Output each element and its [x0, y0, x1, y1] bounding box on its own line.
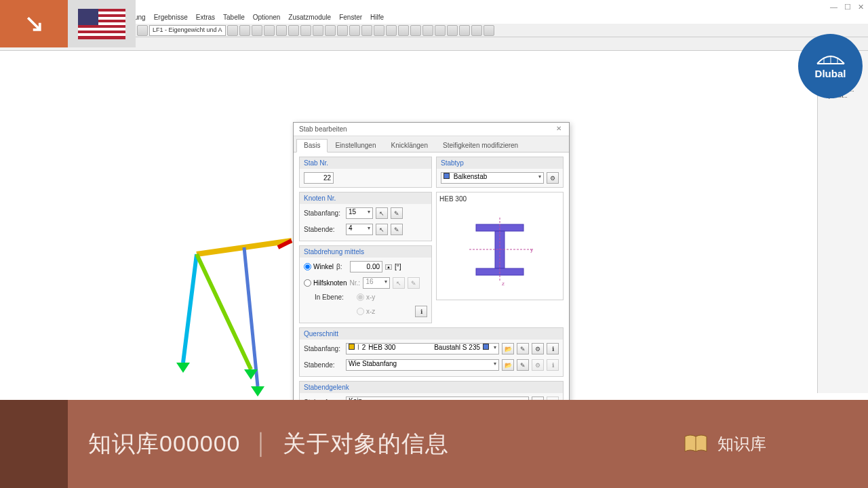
svg-text:y: y [530, 247, 533, 253]
group-title: Knoten Nr. [300, 192, 431, 204]
menu-item[interactable]: Ergebnisse [154, 14, 188, 23]
info-icon[interactable]: ℹ [415, 306, 427, 317]
menu-item[interactable]: Fenster [339, 14, 362, 23]
toolbar-icon[interactable] [227, 25, 238, 36]
new-node-icon[interactable]: ✎ [391, 224, 403, 235]
group-title: Stabdrehung mittels [300, 246, 431, 258]
svg-rect-21 [78, 9, 98, 25]
pick-node-icon[interactable]: ↖ [376, 224, 388, 235]
close-button[interactable]: ✕ [858, 3, 864, 12]
cross-section-preview: HEB 300 y z [436, 192, 564, 300]
svg-line-3 [197, 254, 251, 369]
toolbar-icon[interactable] [264, 25, 275, 36]
new-icon[interactable]: ✎ [517, 359, 529, 371]
group-title: Querschnitt [300, 328, 563, 340]
menu-item[interactable]: Tabelle [223, 14, 245, 23]
dialog-close-icon[interactable]: ✕ [554, 125, 564, 134]
knoten-anfang-select[interactable]: 15 [346, 207, 373, 219]
label: β: [336, 263, 347, 270]
group-knoten: Knoten Nr. Stabanfang: 15 ↖ ✎ Stabende: … [299, 192, 432, 241]
preview-title: HEB 300 [439, 195, 560, 203]
toolbar-icon[interactable] [349, 25, 360, 36]
logo-text: Dlubal [815, 68, 846, 79]
label: Stabende: [304, 226, 343, 233]
loadcase-selector[interactable]: LF1 - Eigengewicht und A [149, 25, 226, 36]
toolbar-icon[interactable] [447, 25, 458, 36]
toolbar-icon[interactable] [374, 25, 384, 36]
menu-item[interactable]: Optionen [253, 14, 281, 23]
svg-rect-19 [78, 28, 125, 30]
book-icon [684, 434, 708, 454]
new-icon[interactable]: ✎ [517, 343, 529, 354]
radio-hilfsknoten[interactable]: Hilfsknoten [304, 279, 347, 287]
toolbar-icon[interactable] [386, 25, 397, 36]
footer-kb-label: 知识库 [717, 433, 766, 455]
svg-line-2 [183, 254, 197, 363]
info-icon[interactable]: ℹ [547, 359, 559, 371]
svg-marker-5 [176, 363, 190, 373]
edit-icon[interactable]: ⚙ [532, 343, 544, 354]
toolbar-icon[interactable] [313, 25, 323, 36]
menu-item[interactable]: Zusatzmodule [288, 14, 331, 23]
minimize-button[interactable]: — [830, 3, 837, 12]
maximize-button[interactable]: ☐ [844, 3, 851, 12]
toolbar-icon[interactable] [288, 25, 299, 36]
tab-einstellungen[interactable]: Einstellungen [328, 139, 383, 152]
edit-icon[interactable]: ⚙ [532, 359, 544, 371]
toolbar-icon[interactable] [435, 25, 446, 36]
library-icon[interactable]: 📂 [502, 359, 514, 371]
footer-divider: │ [255, 432, 268, 455]
window-controls: — ☐ ✕ [830, 3, 864, 12]
new-node-icon[interactable]: ✎ [391, 207, 403, 219]
beta-input[interactable] [350, 261, 382, 272]
stabtyp-select[interactable]: Balkenstab [441, 172, 544, 184]
us-flag-icon [78, 9, 125, 39]
toolbar-icon[interactable] [471, 25, 482, 36]
toolbar-icon[interactable] [337, 25, 348, 36]
knoten-ende-select[interactable]: 4 [346, 224, 373, 235]
dialog-titlebar[interactable]: Stab bearbeiten ✕ [294, 123, 569, 136]
toolbar-icon[interactable] [410, 25, 421, 36]
menu-bar: ung Ergebnisse Extras Tabelle Optionen Z… [129, 14, 868, 23]
stab-nr-input[interactable] [304, 172, 334, 184]
toolbar-icon[interactable] [398, 25, 409, 36]
info-icon[interactable]: ℹ [547, 343, 559, 354]
group-title: Stab Nr. [300, 157, 431, 169]
toolbar-icon[interactable] [239, 25, 250, 36]
beta-spinner[interactable]: ▲ [385, 264, 392, 270]
menu-item[interactable]: Extras [196, 14, 215, 23]
footer-kb-id: 知识库000000 [88, 428, 240, 460]
tab-basis[interactable]: Basis [296, 139, 328, 152]
toolbar-icon[interactable] [137, 25, 148, 36]
toolbar-icon[interactable] [300, 25, 311, 36]
toolbar-icon[interactable] [276, 25, 287, 36]
toolbar-icon[interactable] [252, 25, 262, 36]
querschnitt-ende-select[interactable]: Wie Stabanfang [346, 359, 499, 371]
radio-winkel[interactable]: Winkel [304, 263, 334, 270]
language-flag-us[interactable] [68, 0, 136, 47]
toolbar-icon[interactable] [459, 25, 470, 36]
group-stabtyp: Stabtyp Balkenstab ⚙ [436, 157, 564, 188]
tab-knicklaengen[interactable]: Knicklängen [384, 139, 435, 152]
library-icon[interactable]: 📂 [502, 343, 514, 354]
toolbar-icon[interactable] [361, 25, 372, 36]
menu-item[interactable]: Hilfe [370, 14, 384, 23]
pick-node-icon[interactable]: ↖ [376, 207, 388, 219]
video-footer-banner: 知识库000000 │ 关于对象的信息 知识库 [0, 400, 868, 488]
label: Stabende: [304, 361, 343, 369]
group-title: Stabtyp [437, 157, 563, 169]
menu-item[interactable]: ung [134, 14, 146, 23]
svg-marker-7 [251, 386, 264, 396]
tab-steifigkeiten[interactable]: Steifigkeiten modifizieren [435, 139, 526, 152]
group-drehung: Stabdrehung mittels Winkel β: ▲ [°] Hilf… [299, 245, 432, 323]
toolbar-icon[interactable] [484, 25, 494, 36]
querschnitt-anfang-select[interactable]: I 2 HEB 300 Baustahl S 235 [346, 343, 499, 354]
radio-xy: x-y [357, 293, 375, 301]
footer-accent [0, 400, 68, 488]
toolbar-icon[interactable] [325, 25, 336, 36]
unit-label: [°] [395, 263, 401, 270]
stabtyp-edit-icon[interactable]: ⚙ [547, 172, 559, 184]
footer-subtitle: 关于对象的信息 [283, 428, 449, 460]
svg-text:z: z [502, 281, 505, 287]
toolbar-icon[interactable] [422, 25, 433, 36]
